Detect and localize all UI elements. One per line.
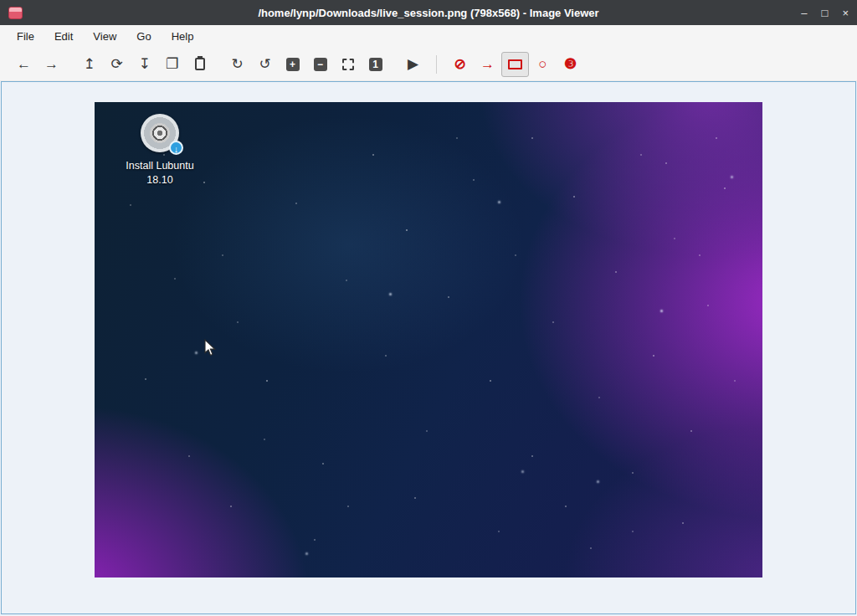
zoom-original-icon: 1 [369,58,382,71]
zoom-in-icon: + [286,58,300,71]
displayed-image: ↓ Install Lubuntu 18.10 [95,102,762,578]
close-button[interactable]: × [842,8,849,18]
menu-edit[interactable]: Edit [44,26,83,47]
play-icon: ▶ [408,57,418,71]
menu-go[interactable]: Go [126,26,161,47]
paste-button[interactable] [186,52,213,77]
number-annotation-icon: ❸ [564,57,577,71]
menu-file[interactable]: File [7,26,44,47]
go-back-button[interactable]: ← [10,52,38,77]
desktop-icon-label-line2: 18.10 [116,173,203,187]
reload-button[interactable]: ⟳ [103,52,131,77]
toolbar-separator [436,55,437,74]
circle-annotation-icon: ○ [538,57,547,71]
slideshow-play-button[interactable]: ▶ [399,52,427,77]
desktop-icon-label: Install Lubuntu 18.10 [116,159,203,187]
menu-view[interactable]: View [83,26,126,47]
copy-icon: ❐ [166,57,178,71]
rotate-clockwise-icon: ↻ [231,57,243,71]
rectangle-annotation-icon [508,59,522,69]
window-controls: – □ × [801,8,849,18]
open-file-button[interactable]: ↥ [75,52,103,77]
desktop-icon-label-line1: Install Lubuntu [116,159,203,173]
annotation-none-button[interactable]: ⊘ [446,52,474,77]
copy-button[interactable]: ❐ [158,52,186,77]
maximize-button[interactable]: □ [822,8,829,18]
zoom-out-icon: − [314,58,327,71]
annotation-number-button[interactable]: ❸ [557,52,584,77]
go-forward-button[interactable]: → [38,52,65,77]
annotation-arrow-button[interactable]: → [474,52,501,77]
annotation-rectangle-button[interactable] [501,52,529,77]
menubar: File Edit View Go Help [0,25,857,48]
window-title: /home/lynp/Downloads/live_session.png (7… [0,7,857,19]
cd-disc-icon: ↓ [141,114,179,152]
save-icon: ↧ [138,57,150,71]
mouse-cursor-icon [204,339,217,357]
zoom-original-button[interactable]: 1 [362,52,389,77]
rotate-clockwise-button[interactable]: ↻ [223,52,251,77]
save-file-button[interactable]: ↧ [131,52,158,77]
menu-help[interactable]: Help [162,26,204,47]
zoom-fit-button[interactable] [334,52,362,77]
paste-icon [195,58,205,70]
toolbar: ← → ↥ ⟳ ↧ ❐ ↻ ↺ + − [0,48,857,81]
zoom-fit-icon [342,59,354,70]
open-file-icon: ↥ [83,57,95,71]
minimize-button[interactable]: – [801,8,807,18]
wallpaper-bright-stars [95,102,97,105]
back-arrow-icon: ← [17,57,31,71]
install-lubuntu-desktop-icon: ↓ Install Lubuntu 18.10 [116,114,203,187]
rotate-counterclockwise-icon: ↺ [259,57,270,71]
titlebar[interactable]: /home/lynp/Downloads/live_session.png (7… [0,0,857,25]
annotation-circle-button[interactable]: ○ [529,52,557,77]
app-icon [8,7,23,19]
zoom-out-button[interactable]: − [306,52,334,77]
reload-icon: ⟳ [110,57,122,71]
no-annotation-icon: ⊘ [454,57,465,71]
download-arrow-icon: ↓ [169,141,183,155]
image-viewport[interactable]: ↓ Install Lubuntu 18.10 [1,81,856,614]
forward-arrow-icon: → [44,57,59,71]
rotate-counterclockwise-button[interactable]: ↺ [251,52,279,77]
zoom-in-button[interactable]: + [279,52,306,77]
arrow-annotation-icon: → [480,57,495,71]
